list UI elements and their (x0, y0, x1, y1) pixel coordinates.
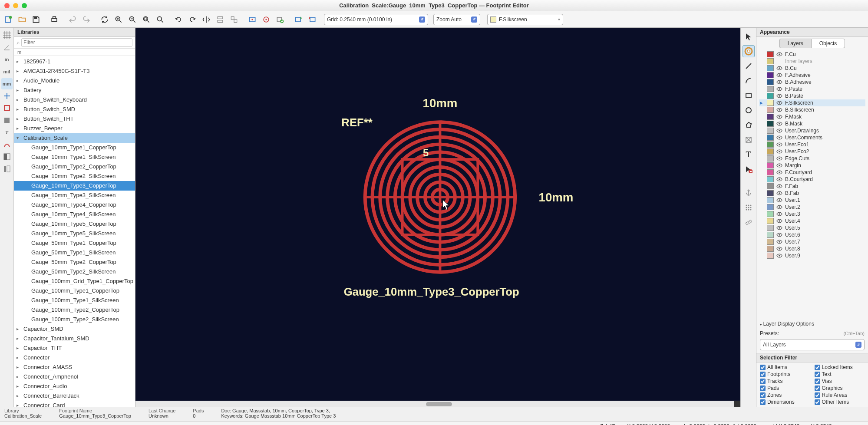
tree-folder[interactable]: ▸Capacitor_THT (14, 343, 135, 353)
load-footprint-button[interactable] (292, 13, 305, 26)
tree-item[interactable]: Gauge_50mm_Type2_CopperTop (14, 257, 135, 267)
footprint-properties-button[interactable] (246, 13, 259, 26)
tree-item[interactable]: Gauge_10mm_Type5_SilkScreen (14, 229, 135, 238)
tree-item[interactable]: Gauge_10mm_Type1_CopperTop (14, 143, 135, 152)
grid-display-button[interactable] (1, 30, 13, 41)
tree-item[interactable]: Gauge_100mm_Type2_CopperTop (14, 305, 135, 315)
group-button[interactable] (228, 13, 241, 26)
keepout-tool-button[interactable] (743, 134, 755, 146)
zoom-combo[interactable]: Zoom Auto⇵ (433, 14, 480, 25)
layer-row[interactable]: ▶User.Eco1 (759, 141, 865, 148)
visibility-icon[interactable] (776, 246, 782, 252)
layer-row[interactable]: ▶User.7 (759, 238, 865, 245)
layer-row[interactable]: ▶B.Paste (759, 92, 865, 99)
visibility-icon[interactable] (776, 128, 782, 134)
visibility-icon[interactable] (776, 142, 782, 148)
close-window-icon[interactable] (4, 3, 10, 8)
tree-folder[interactable]: ▸Connector_Amphenol (14, 372, 135, 382)
library-tree[interactable]: ▸1825967-1▸AMCA31-2R450G-S1F-T3▸Audio_Mo… (14, 56, 135, 407)
visibility-icon[interactable] (776, 190, 782, 196)
tree-item[interactable]: Gauge_10mm_Type5_CopperTop (14, 219, 135, 229)
layer-row[interactable]: ▶Margin (759, 162, 865, 169)
visibility-icon[interactable] (776, 204, 782, 210)
tab-objects[interactable]: Objects (811, 39, 845, 48)
visibility-icon[interactable] (776, 100, 782, 106)
tree-folder[interactable]: ▸1825967-1 (14, 57, 135, 66)
editor-canvas[interactable]: 10mm 10mm 5 REF** Gauge_10mm_Type3_Coppe… (135, 28, 740, 401)
tree-folder[interactable]: ▸Connector_Audio (14, 382, 135, 391)
layer-list[interactable]: ▶F.Cu▶Inner layers▶B.Cu▶F.Adhesive▶B.Adh… (756, 50, 868, 319)
visibility-icon[interactable] (776, 169, 782, 175)
layer-row[interactable]: ▶Edge.Cuts (759, 155, 865, 162)
tree-item[interactable]: Gauge_100mm_Type1_SilkScreen (14, 296, 135, 305)
layer-row[interactable]: ▶F.Mask (759, 113, 865, 120)
tree-folder[interactable]: ▸Connector_BarrelJack (14, 391, 135, 401)
filter-checkbox[interactable]: Pads (760, 385, 810, 391)
layer-row[interactable]: ▶B.Cu (759, 65, 865, 72)
visibility-icon[interactable] (776, 121, 782, 127)
tree-folder[interactable]: ▸Connector (14, 353, 135, 362)
filter-checkbox[interactable]: Graphics (815, 385, 865, 391)
filter-checkbox[interactable]: All Items (760, 364, 810, 370)
line-tool-button[interactable] (743, 60, 755, 72)
layer-row[interactable]: ▶B.Adhesive (759, 79, 865, 86)
presets-combo[interactable]: All Layers⇵ (760, 339, 865, 350)
rotate-cw-button[interactable] (186, 13, 199, 26)
tree-item[interactable]: Gauge_100mm_Type2_SilkScreen (14, 315, 135, 324)
rect-tool-button[interactable] (743, 89, 755, 102)
save-button[interactable] (30, 13, 43, 26)
filter-checkbox[interactable]: Other Items (815, 399, 865, 405)
visibility-icon[interactable] (776, 176, 782, 182)
tree-folder[interactable]: ▸Button_Switch_Keyboard (14, 95, 135, 105)
units-mil-button[interactable]: mil (1, 66, 13, 77)
units-mm-button[interactable]: mm (1, 78, 13, 89)
polygon-tool-button[interactable] (743, 119, 755, 131)
maximize-window-icon[interactable] (22, 3, 27, 8)
zoom-selection-button[interactable] (154, 13, 167, 26)
visibility-icon[interactable] (776, 183, 782, 189)
zoom-out-button[interactable] (126, 13, 139, 26)
anchor-tool-button[interactable] (743, 187, 755, 199)
pad-tool-button[interactable] (743, 45, 755, 57)
polar-coords-button[interactable] (1, 42, 13, 53)
layer-row[interactable]: ▶User.3 (759, 211, 865, 217)
rotate-ccw-button[interactable] (172, 13, 185, 26)
tree-folder[interactable]: ▸Audio_Module (14, 76, 135, 86)
filter-checkbox[interactable]: Tracks (760, 378, 810, 384)
visibility-icon[interactable] (776, 211, 782, 217)
minimize-window-icon[interactable] (13, 3, 18, 8)
visibility-icon[interactable] (776, 218, 782, 224)
units-inch-button[interactable]: in (1, 54, 13, 65)
layer-row[interactable]: ▶F.Paste (759, 86, 865, 92)
visibility-icon[interactable] (776, 114, 782, 120)
layer-row[interactable]: ▶F.Courtyard (759, 169, 865, 176)
cursor-shape-button[interactable] (1, 90, 13, 102)
library-tree-button[interactable] (1, 163, 13, 175)
tree-item[interactable]: Gauge_10mm_Type3_SilkScreen (14, 191, 135, 200)
layer-row[interactable]: ▶Inner layers (759, 58, 865, 65)
visibility-icon[interactable] (776, 232, 782, 238)
layer-row[interactable]: ▶B.Courtyard (759, 176, 865, 183)
text-display-button[interactable]: T (1, 127, 13, 138)
visibility-icon[interactable] (776, 72, 782, 78)
filter-checkbox[interactable]: Rule Areas (815, 392, 865, 398)
visibility-icon[interactable] (776, 225, 782, 231)
tree-item[interactable]: Gauge_50mm_Type1_SilkScreen (14, 248, 135, 257)
tree-item[interactable]: Gauge_100mm_Grid_Type1_CopperTop (14, 277, 135, 286)
tab-layers[interactable]: Layers (779, 39, 811, 48)
layer-row[interactable]: ▶User.Drawings (759, 127, 865, 134)
visibility-icon[interactable] (776, 155, 782, 161)
tree-folder[interactable]: ▸Capacitor_SMD (14, 324, 135, 334)
tree-folder[interactable]: ▸AMCA31-2R450G-S1F-T3 (14, 66, 135, 76)
layer-row[interactable]: ▶User.5 (759, 224, 865, 231)
mirror-h-button[interactable] (200, 13, 213, 26)
redo-button[interactable] (80, 13, 93, 26)
visibility-icon[interactable] (776, 107, 782, 113)
layer-display-options[interactable]: Layer Display Options (756, 319, 868, 329)
layer-row[interactable]: ▶B.Silkscreen (759, 106, 865, 113)
tree-folder[interactable]: ▸Buzzer_Beeper (14, 124, 135, 133)
layer-row[interactable]: ▶User.Eco2 (759, 148, 865, 155)
visibility-icon[interactable] (776, 58, 782, 64)
filter-checkbox[interactable]: Locked Items (815, 364, 865, 370)
tree-item[interactable]: Gauge_10mm_Type2_CopperTop (14, 162, 135, 171)
